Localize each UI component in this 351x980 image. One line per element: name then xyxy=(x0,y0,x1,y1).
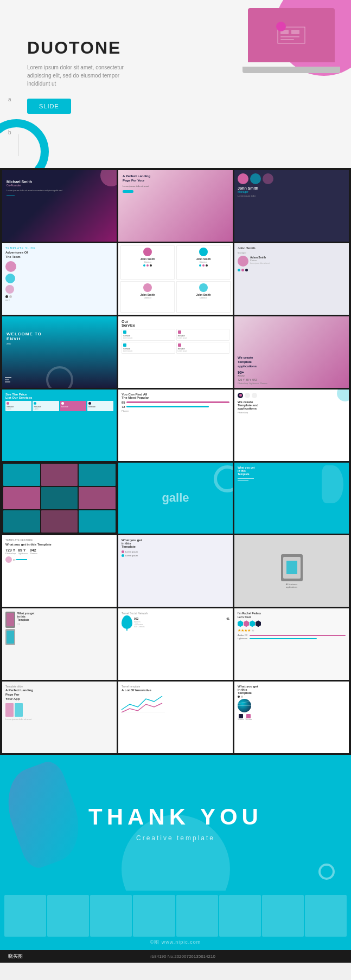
slide-1[interactable]: Michael Smith Co-Founder Lorem ipsum dol… xyxy=(2,170,117,242)
slide-24-title: What you getin thisTemplate xyxy=(238,685,346,695)
slide-4-title: Adventures OfThe Team xyxy=(5,251,113,259)
slide-8-title: OurService xyxy=(122,320,229,327)
bottom-logo: 晓买图 xyxy=(8,953,23,960)
thank-brush-decoration xyxy=(0,758,91,872)
slide-21[interactable]: I'm Rachel PederaLet's Start ★★★★★ Adobe… xyxy=(234,608,349,680)
slide-9[interactable]: We createTemplateapplications 90+ Activi… xyxy=(234,316,349,388)
slide-1-name: Michael Smith xyxy=(7,180,112,184)
slide-14[interactable]: galle xyxy=(118,463,233,534)
slide-16-title: What you get in this Template xyxy=(5,543,113,546)
hero-subtitle: Lorem ipsum dolor sit amet, consectetur … xyxy=(27,63,136,88)
thank-you-section: THANK YOU Creative template xyxy=(0,755,351,891)
svg-rect-4 xyxy=(280,39,294,40)
slide-11-title: You Can Find AllThe Most Popular xyxy=(122,393,229,399)
slide-13[interactable] xyxy=(2,463,117,534)
slide-3[interactable]: John Smith Manager Lorem ipsum dolor xyxy=(234,170,349,242)
slide-15[interactable]: What you getin thisTemplate xyxy=(234,463,349,534)
slide-23-title: A Lot Of Innovative xyxy=(122,689,229,692)
slide-17[interactable]: What you getin thisTemplate Lorem ipsum … xyxy=(118,535,233,607)
slide-11[interactable]: You Can Find AllThe Most Popular 85 72 P… xyxy=(118,390,233,461)
thank-circle-right xyxy=(318,864,335,880)
slide-21-name: I'm Rachel PederaLet's Start xyxy=(238,612,346,619)
hero-slide-button[interactable]: SLIDE xyxy=(27,99,71,114)
slide-14-text: galle xyxy=(162,491,189,505)
slide-2-title: A Perfect LandingPage For Your xyxy=(123,174,228,183)
slide-19-title: What you getin thisTemplate xyxy=(17,612,34,621)
slide-10[interactable]: See The PriceList Our Services Service L… xyxy=(2,390,117,461)
bottom-url: rb84190 No:20200726135614210 xyxy=(150,954,215,959)
slide-1-role: Co-Founder xyxy=(7,184,112,187)
slide-19[interactable]: What you getin thisTemplate ●● xyxy=(2,608,117,680)
slide-2[interactable]: A Perfect LandingPage For Your Lorem ips… xyxy=(118,170,233,242)
slide-10-title: See The PriceList Our Services xyxy=(5,393,113,399)
slide-5[interactable]: John Smith Director John Smith Director xyxy=(118,243,233,315)
slide-12-title: We createTemplate andapplications xyxy=(238,400,346,410)
slide-7[interactable]: WELCOME TO ENVit AND xyxy=(2,316,117,388)
thank-title: THANK YOU xyxy=(88,804,263,830)
slide-20[interactable]: Travel Social Network 002 01 Explores +2… xyxy=(118,608,233,680)
footer-grid xyxy=(4,895,347,937)
slide-12[interactable]: We createTemplate andapplications Photos… xyxy=(234,390,349,461)
slide-4[interactable]: TEMPLATE SLIDE Adventures OfThe Team 08 … xyxy=(2,243,117,315)
slide-23[interactable]: Travel template A Lot Of Innovative xyxy=(118,682,233,753)
footer-section: ©图 www.nipic.com xyxy=(0,891,351,950)
slide-17-title: What you getin thisTemplate xyxy=(122,538,229,548)
slides-grid: Michael Smith Co-Founder Lorem ipsum dol… xyxy=(2,170,349,753)
slide-18[interactable]: All businessapplications xyxy=(234,535,349,607)
slide-8[interactable]: OurService Service Lorem ipsum Service L… xyxy=(118,316,233,388)
slide-22-title: A Perfect LandingPage ForYour App xyxy=(5,689,113,701)
footer-watermark: ©图 www.nipic.com xyxy=(150,939,201,946)
slide-6[interactable]: John Smith Manager Adam Smith Partner Lo… xyxy=(234,243,349,315)
hero-laptop-illustration xyxy=(242,8,340,79)
slide-3-role: Manager xyxy=(238,190,346,193)
slide-3-name: John Smith xyxy=(238,186,346,190)
slide-22[interactable]: Template slide A Perfect LandingPage For… xyxy=(2,682,117,753)
hero-ab-labels: a b xyxy=(8,96,11,135)
slide-16[interactable]: TEMPLATE FEATURE What you get in this Te… xyxy=(2,535,117,607)
slide-9-title: We createTemplateapplications xyxy=(238,356,346,368)
slides-section: Michael Smith Co-Founder Lorem ipsum dol… xyxy=(0,168,351,755)
thank-subtitle: Creative template xyxy=(136,834,215,842)
bottom-bar: 晓买图 rb84190 No:20200726135614210 xyxy=(0,950,351,963)
hero-section: DUOTONE Lorem ipsum dolor sit amet, cons… xyxy=(0,0,351,168)
hero-small-circle xyxy=(276,22,286,31)
slide-24[interactable]: What you getin thisTemplate Services xyxy=(234,682,349,753)
hero-decoration-circle-left xyxy=(0,119,49,168)
svg-rect-2 xyxy=(291,30,299,34)
svg-rect-3 xyxy=(280,36,299,37)
